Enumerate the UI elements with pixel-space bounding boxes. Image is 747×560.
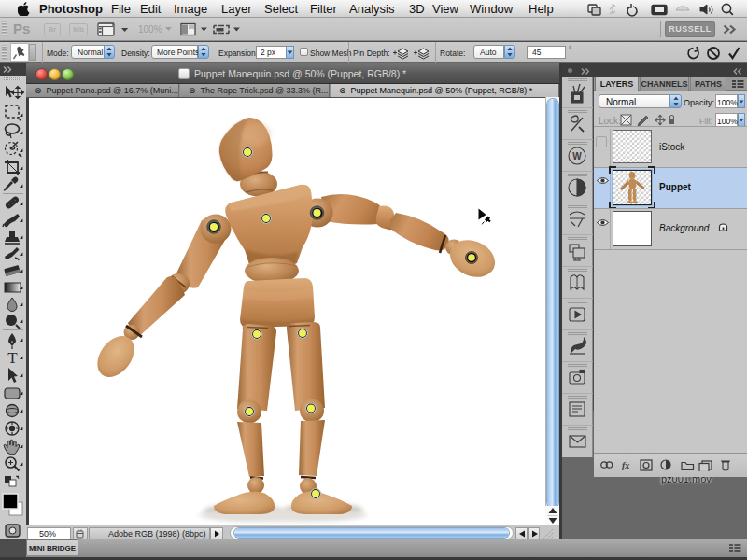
svg-text:T: T	[7, 349, 18, 367]
svg-text:fx: fx	[622, 460, 629, 470]
svg-text:W: W	[572, 151, 582, 161]
